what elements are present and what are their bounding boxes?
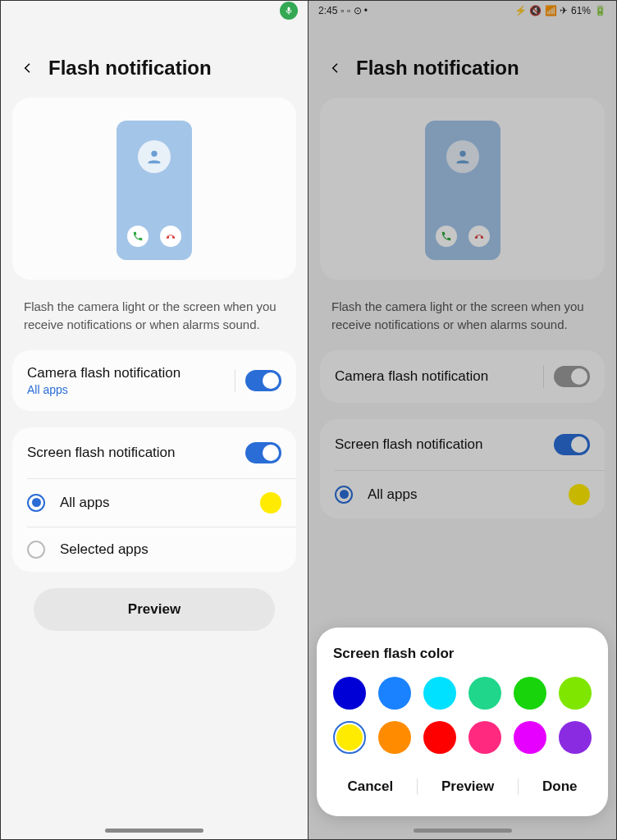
screen-flash-row[interactable]: Screen flash notification xyxy=(320,419,605,470)
preview-button[interactable]: Preview xyxy=(34,588,275,631)
color-swatch-green[interactable] xyxy=(514,677,546,710)
radio-icon xyxy=(27,494,45,512)
radio-all-apps[interactable]: All apps xyxy=(12,479,296,527)
camera-flash-label: Camera flash notification xyxy=(335,368,488,385)
color-swatch-darkblue[interactable] xyxy=(333,677,366,710)
status-battery: 61% xyxy=(571,5,591,16)
radio-icon xyxy=(335,486,353,504)
screen-flash-card: Screen flash notification All apps Selec… xyxy=(12,427,296,572)
svg-point-1 xyxy=(459,151,465,157)
preview-button[interactable]: Preview xyxy=(436,772,499,801)
color-swatch-teal[interactable] xyxy=(468,677,501,710)
status-bar: 2:45 ▫ ▫ ⊙ • ⚡ 🔇 📶 ✈ 61% 🔋 xyxy=(308,1,616,21)
radio-all-apps-label: All apps xyxy=(368,486,554,503)
status-time: 2:45 xyxy=(318,5,337,16)
radio-icon xyxy=(27,541,45,559)
divider-vertical xyxy=(235,369,235,392)
divider-vertical xyxy=(543,365,544,388)
sheet-title: Screen flash color xyxy=(333,646,592,662)
radio-all-apps-label: All apps xyxy=(60,495,245,511)
phone-illustration xyxy=(425,121,500,260)
camera-flash-card: Camera flash notification All apps xyxy=(12,350,296,411)
mic-active-icon xyxy=(280,2,298,20)
decline-call-icon xyxy=(160,226,181,247)
color-swatch-pink[interactable] xyxy=(468,721,501,754)
done-button[interactable]: Done xyxy=(537,772,583,801)
avatar-icon xyxy=(138,140,171,173)
description-text: Flash the camera light or the screen whe… xyxy=(1,280,308,350)
color-indicator[interactable] xyxy=(260,492,281,514)
color-swatch-purple[interactable] xyxy=(559,721,592,754)
radio-selected-apps[interactable]: Selected apps xyxy=(12,527,296,572)
color-swatch-cyan[interactable] xyxy=(423,677,456,710)
page-title: Flash notification xyxy=(48,57,212,80)
camera-flash-toggle[interactable] xyxy=(554,366,590,387)
svg-point-0 xyxy=(151,151,157,157)
screenshot-right: 2:45 ▫ ▫ ⊙ • ⚡ 🔇 📶 ✈ 61% 🔋 Flash notific… xyxy=(308,1,616,839)
accept-call-icon xyxy=(436,226,457,247)
camera-flash-row[interactable]: Camera flash notification xyxy=(320,350,605,403)
color-indicator[interactable] xyxy=(569,484,590,505)
screen-flash-toggle[interactable] xyxy=(554,434,590,455)
screen-flash-label: Screen flash notification xyxy=(27,445,176,461)
screen-flash-label: Screen flash notification xyxy=(335,436,483,453)
screen-flash-toggle[interactable] xyxy=(245,442,281,463)
camera-flash-toggle[interactable] xyxy=(245,370,281,391)
header: Flash notification xyxy=(1,21,308,98)
back-icon[interactable] xyxy=(327,59,345,77)
page-title: Flash notification xyxy=(356,57,519,80)
color-swatch-yellow[interactable] xyxy=(333,721,366,754)
battery-icon: 🔋 xyxy=(594,5,606,16)
phone-illustration xyxy=(117,121,192,260)
color-grid xyxy=(333,677,592,754)
avatar-icon xyxy=(446,140,479,173)
color-swatch-lime[interactable] xyxy=(559,677,592,710)
radio-all-apps[interactable]: All apps xyxy=(320,471,605,518)
camera-flash-sublabel: All apps xyxy=(27,383,181,396)
camera-flash-label: Camera flash notification xyxy=(27,365,181,381)
color-picker-sheet: Screen flash color Cancel Preview xyxy=(317,628,608,816)
status-bar xyxy=(1,1,308,21)
description-text: Flash the camera light or the screen whe… xyxy=(308,280,616,350)
decline-call-icon xyxy=(468,226,490,247)
accept-call-icon xyxy=(127,226,149,247)
color-swatch-blue[interactable] xyxy=(378,677,411,710)
cancel-button[interactable]: Cancel xyxy=(342,772,398,801)
screen-flash-row[interactable]: Screen flash notification xyxy=(12,427,296,478)
hero-illustration xyxy=(320,98,605,280)
nav-handle[interactable] xyxy=(105,829,203,833)
color-swatch-orange[interactable] xyxy=(378,721,411,754)
hero-illustration xyxy=(12,98,296,280)
status-icons-right: ⚡ 🔇 📶 ✈ xyxy=(514,5,568,16)
screen-flash-card: Screen flash notification All apps xyxy=(320,419,605,518)
back-icon[interactable] xyxy=(19,59,37,77)
camera-flash-card: Camera flash notification xyxy=(320,350,605,403)
nav-handle[interactable] xyxy=(414,829,512,833)
status-icons-left: ▫ ▫ ⊙ • xyxy=(340,5,368,16)
color-swatch-magenta[interactable] xyxy=(514,721,546,754)
header: Flash notification xyxy=(308,21,616,98)
camera-flash-row[interactable]: Camera flash notification All apps xyxy=(12,350,296,411)
color-swatch-red[interactable] xyxy=(423,721,456,754)
radio-selected-apps-label: Selected apps xyxy=(60,541,281,558)
screenshot-left: Flash notification Flash the camera ligh… xyxy=(1,1,308,839)
